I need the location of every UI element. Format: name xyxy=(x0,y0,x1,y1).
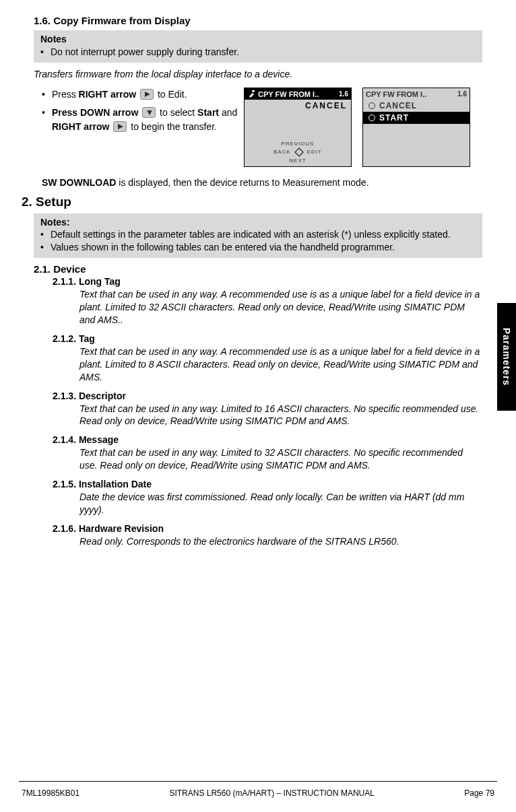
footer-title: SITRANS LR560 (mA/HART) – INSTRUCTION MA… xyxy=(169,788,375,798)
svg-marker-1 xyxy=(147,110,152,115)
right-arrow-icon xyxy=(113,121,127,132)
heading-2-setup: 2. Setup xyxy=(22,195,482,209)
lcd2-version: 1.6 xyxy=(457,90,467,98)
notes-box-setup: Notes: Default settings in the parameter… xyxy=(34,213,482,259)
radio-icon xyxy=(368,114,375,121)
nav-diamond-icon xyxy=(294,147,304,158)
heading-1-6: 1.6. Copy Firmware from Display xyxy=(34,15,482,26)
parameter-entry: 2.1.4. MessageText that can be used in a… xyxy=(53,434,482,472)
entry-heading: 2.1.4. Message xyxy=(53,434,482,445)
lcd-screen-2: CPY FW FROM I.. 1.6 CANCEL START xyxy=(362,88,470,167)
lcd2-option-start: START xyxy=(363,112,470,124)
step-2: Press DOWN arrow to select Start and RIG… xyxy=(42,106,244,134)
parameter-entry: 2.1.6. Hardware RevisionRead only. Corre… xyxy=(53,523,482,548)
note-text: Values shown in the following tables can… xyxy=(51,241,395,254)
manual-page: Parameters 1.6. Copy Firmware from Displ… xyxy=(0,0,516,781)
entry-body: Read only. Corresponds to the electronic… xyxy=(79,535,482,548)
note-text: Do not interrupt power supply during tra… xyxy=(51,46,239,59)
entry-heading: 2.1.6. Hardware Revision xyxy=(53,523,482,534)
entry-heading: 2.1.2. Tag xyxy=(53,333,482,344)
heading-2-1: 2.1. Device xyxy=(34,263,482,275)
lcd1-version: 1.6 xyxy=(339,90,348,98)
notes-title: Notes xyxy=(40,34,67,44)
parameter-entry: 2.1.3. DescriptorText that can be used i… xyxy=(53,391,482,428)
wrench-icon xyxy=(247,90,255,98)
right-arrow-icon xyxy=(140,89,154,100)
entry-body: Text that can be used in any way. A reco… xyxy=(79,345,482,384)
side-tab-parameters: Parameters xyxy=(497,303,516,411)
lcd-screenshots: CPY FW FROM I.. 1.6 CANCEL PREVIOUS BACK… xyxy=(244,88,470,167)
parameter-entry: 2.1.1. Long TagText that can be used in … xyxy=(53,276,482,327)
footer-page: Page 79 xyxy=(464,788,494,798)
svg-marker-2 xyxy=(118,124,123,129)
parameter-entry: 2.1.5. Installation DateDate the device … xyxy=(53,479,482,516)
footer-doc-id: 7ML19985KB01 xyxy=(22,788,79,798)
notes-title: Notes: xyxy=(40,217,70,228)
sw-download-note: SW DOWNLOAD is displayed, then the devic… xyxy=(42,176,482,189)
entry-heading: 2.1.3. Descriptor xyxy=(53,391,482,401)
note-text: Default settings in the parameter tables… xyxy=(51,228,451,241)
page-footer: 7ML19985KB01 SITRANS LR560 (mA/HART) – I… xyxy=(19,781,497,798)
section-description: Transfers firmware from the local displa… xyxy=(34,68,482,81)
parameter-entry: 2.1.2. TagText that can be used in any w… xyxy=(53,333,482,384)
steps-list: Press RIGHT arrow to Edit. Press DOWN ar… xyxy=(42,88,244,138)
entry-body: Date the device was first commissioned. … xyxy=(79,491,482,516)
lcd1-cancel: CANCEL xyxy=(245,100,351,110)
lcd-screen-1: CPY FW FROM I.. 1.6 CANCEL PREVIOUS BACK… xyxy=(244,88,352,167)
entry-body: Text that can be used in any way. A reco… xyxy=(79,288,482,327)
notes-box-1-6: Notes Do not interrupt power supply duri… xyxy=(34,30,482,63)
entry-body: Text that can be used in any way. Limite… xyxy=(79,403,482,428)
lcd2-title: CPY FW FROM I.. xyxy=(366,90,426,98)
radio-icon xyxy=(368,102,375,109)
entry-heading: 2.1.1. Long Tag xyxy=(53,276,482,287)
lcd2-option-cancel: CANCEL xyxy=(363,100,470,112)
down-arrow-icon xyxy=(142,107,156,118)
lcd1-nav: PREVIOUS BACK EDIT NEXT xyxy=(245,141,351,164)
lcd1-title: CPY FW FROM I.. xyxy=(258,90,319,98)
entry-heading: 2.1.5. Installation Date xyxy=(53,479,482,489)
step-1: Press RIGHT arrow to Edit. xyxy=(42,88,244,102)
entry-body: Text that can be used in any way. Limite… xyxy=(79,446,482,472)
svg-marker-0 xyxy=(145,92,150,97)
side-tab-label: Parameters xyxy=(501,328,512,386)
